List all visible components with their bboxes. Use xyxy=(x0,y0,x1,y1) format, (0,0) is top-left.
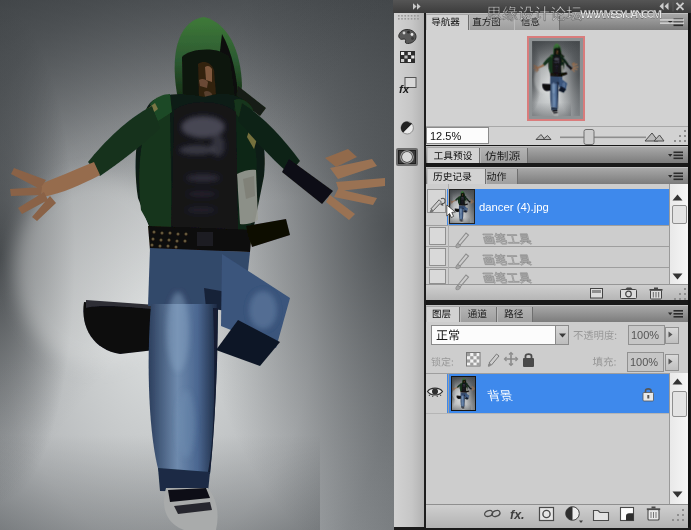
svg-text:12.5%: 12.5% xyxy=(430,130,461,142)
svg-text:dancer (4).jpg: dancer (4).jpg xyxy=(479,201,549,213)
svg-text:100%: 100% xyxy=(631,329,659,341)
svg-text:100%: 100% xyxy=(630,356,658,368)
svg-text:WWW.MISSYUAN.COM: WWW.MISSYUAN.COM xyxy=(580,8,662,20)
svg-text:fx: fx xyxy=(399,83,410,95)
svg-text:fx.: fx. xyxy=(510,508,525,522)
